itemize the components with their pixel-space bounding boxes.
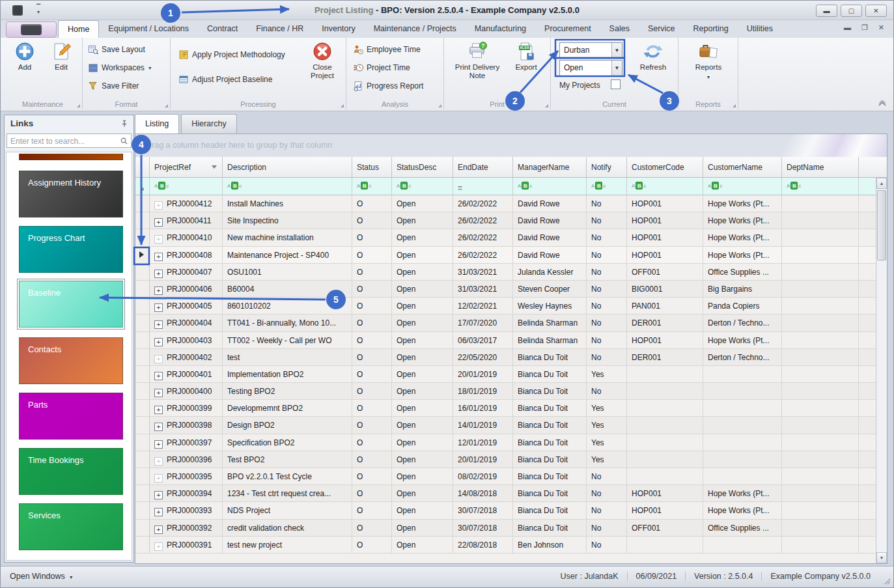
site-dropdown-arrow-icon[interactable]: ▼	[611, 43, 622, 58]
adjust-project-baseline-button[interactable]: Adjust Project Baseline	[178, 74, 272, 85]
filter-cell-description[interactable]: ABc	[223, 178, 352, 195]
ribbon-tab-sales[interactable]: Sales	[600, 20, 639, 38]
resize-grip[interactable]	[884, 578, 891, 585]
ribbon-tab-service[interactable]: Service	[639, 20, 684, 38]
reports-dialog-launcher[interactable]	[733, 104, 736, 107]
refresh-button[interactable]: Refresh	[633, 40, 673, 72]
mdi-minimize-button[interactable]: ▬	[844, 23, 851, 32]
table-row-prj0000406[interactable]: +PRJ0000406B60004OOpen31/03/2021Steven C…	[135, 281, 887, 298]
ribbon-tab-procurement[interactable]: Procurement	[535, 20, 600, 38]
analysis-dialog-launcher[interactable]	[438, 104, 441, 107]
document-tab-hierarchy[interactable]: Hierarchy	[181, 114, 237, 133]
my-projects-checkbox[interactable]	[611, 79, 621, 89]
sidebar-tile-progress-chart[interactable]: Progress Chart	[19, 226, 123, 273]
column-header-projectref[interactable]: ProjectRef	[150, 157, 223, 178]
status-dropdown[interactable]: Open ▼	[559, 60, 622, 76]
maximize-button[interactable]: ▢	[841, 5, 862, 17]
ribbon-tab-reporting[interactable]: Reporting	[684, 20, 738, 38]
scrollbar-thumb[interactable]	[877, 190, 886, 260]
expand-icon[interactable]: +	[154, 320, 163, 329]
print-delivery-note-button[interactable]: ? Print Delivery Note	[453, 40, 501, 80]
search-input[interactable]: Enter text to search...	[7, 133, 132, 148]
ribbon-tab-finance-hr[interactable]: Finance / HR	[247, 20, 313, 38]
table-row-prj0000403[interactable]: +PRJ0000403TT002 - Weekly - Call per WOO…	[135, 332, 887, 349]
progress-report-button[interactable]: Progress Report	[353, 81, 423, 91]
sidebar-tile-time-bookings[interactable]: Time Bookings	[19, 448, 123, 495]
ribbon-tab-maintenance-projects[interactable]: Maintenance / Projects	[365, 20, 466, 38]
expand-icon[interactable]: +	[154, 406, 163, 414]
format-dialog-launcher[interactable]	[165, 104, 168, 107]
table-row-prj0000405[interactable]: +PRJ00004058601010202OOpen12/02/2021Wesl…	[135, 298, 887, 315]
mdi-restore-button[interactable]: ❐	[861, 23, 868, 32]
open-windows-button[interactable]: Open Windows▼	[10, 572, 74, 581]
table-row-prj0000411[interactable]: +PRJ0000411Site InspectinoOOpen26/02/202…	[135, 212, 887, 229]
save-layout-button[interactable]: Save Layout	[88, 44, 145, 55]
expand-icon[interactable]: +	[154, 423, 163, 431]
close-button[interactable]: ✕	[865, 5, 887, 17]
expand-icon[interactable]: +	[154, 338, 163, 346]
sidebar-tile-baseline[interactable]: Baseline	[19, 281, 123, 328]
workspaces-button[interactable]: Workspaces▼	[88, 63, 152, 73]
print-dialog-launcher[interactable]	[545, 104, 548, 107]
pin-icon[interactable]	[120, 120, 128, 128]
table-row-prj0000392[interactable]: +PRJ0000392credit validation checkOOpen3…	[135, 520, 887, 537]
column-header-enddate[interactable]: EndDate	[453, 157, 513, 178]
table-row-prj0000410[interactable]: +PRJ0000410New machine installationOOpen…	[135, 229, 887, 246]
sidebar-tile-parts[interactable]: Parts	[19, 393, 123, 440]
expand-icon[interactable]: +	[154, 440, 163, 449]
export-button[interactable]: XLSX Export	[509, 40, 543, 72]
expand-icon[interactable]: +	[154, 287, 163, 295]
table-row-prj0000412[interactable]: +PRJ0000412Install MachinesOOpen26/02/20…	[135, 195, 887, 212]
status-dropdown-arrow-icon[interactable]: ▼	[611, 61, 622, 76]
expand-icon[interactable]: +	[154, 253, 163, 261]
sidebar-tile-partial[interactable]	[19, 154, 123, 160]
filter-cell-status[interactable]: ABc	[352, 178, 392, 195]
table-row-prj0000395[interactable]: +PRJ0000395BPO v2.2.0.1 Test CycleOOpen0…	[135, 468, 887, 485]
table-row-prj0000394[interactable]: +PRJ00003941234 - Test ctrt request crea…	[135, 485, 887, 502]
search-icon[interactable]	[120, 137, 128, 145]
expand-icon[interactable]: +	[154, 303, 163, 312]
filter-cell-customercode[interactable]: ABc	[627, 178, 703, 195]
close-project-button[interactable]: Close Project	[302, 40, 342, 80]
vertical-scrollbar[interactable]: ▲ ▼	[876, 178, 887, 563]
sidebar-tile-assignment-history[interactable]: Assignment History	[19, 171, 123, 217]
filter-cell-managername[interactable]: ABc	[513, 178, 587, 195]
ribbon-tab-equipment-locations[interactable]: Equipment / Locations	[99, 20, 198, 38]
table-row-prj0000397[interactable]: +PRJ0000397Specification BPO2OOpen12/01/…	[135, 434, 887, 451]
minimize-button[interactable]: ▬	[816, 5, 837, 17]
filter-cell-statusdesc[interactable]: ABc	[392, 178, 453, 195]
apply-project-methodology-button[interactable]: Apply Project Methodology	[178, 49, 285, 60]
scroll-up-button[interactable]: ▲	[876, 178, 887, 189]
application-button[interactable]	[6, 21, 57, 38]
table-row-prj0000401[interactable]: +PRJ0000401Implementation BPO2OOpen20/01…	[135, 366, 887, 383]
filter-cell-customername[interactable]: ABc	[703, 178, 782, 195]
expand-icon[interactable]: +	[154, 218, 163, 227]
processing-dialog-launcher[interactable]	[341, 104, 344, 107]
document-tab-listing[interactable]: Listing	[135, 114, 179, 133]
expand-icon[interactable]: +	[154, 389, 163, 397]
ribbon-tab-manufacturing[interactable]: Manufacturing	[466, 20, 535, 38]
filter-cell-projectref[interactable]: ABc	[150, 178, 223, 195]
expand-icon[interactable]: +	[154, 372, 163, 380]
table-row-prj0000393[interactable]: +PRJ0000393NDS ProjectOOpen30/07/2018Bia…	[135, 502, 887, 519]
mdi-close-button[interactable]: ✕	[878, 23, 884, 32]
scroll-down-button[interactable]: ▼	[876, 552, 887, 563]
expand-icon[interactable]: +	[154, 508, 163, 516]
table-row-prj0000407[interactable]: +PRJ0000407OSU1001OOpen31/03/2021Julanda…	[135, 264, 887, 281]
expand-icon[interactable]: +	[154, 525, 163, 534]
sidebar-tile-services[interactable]: Services	[19, 503, 123, 550]
filter-cell-enddate[interactable]: =	[453, 178, 513, 195]
table-row-prj0000398[interactable]: +PRJ0000398Design BPO2OOpen14/01/2019Bia…	[135, 417, 887, 434]
column-header-managername[interactable]: ManagerName	[513, 157, 587, 178]
ribbon-tab-contract[interactable]: Contract	[198, 20, 247, 38]
table-row-prj0000408[interactable]: +PRJ0000408Maintenance Project - SP400OO…	[135, 247, 887, 264]
column-header-statusdesc[interactable]: StatusDesc	[392, 157, 453, 178]
column-header-description[interactable]: Description	[223, 157, 352, 178]
table-row-prj0000391[interactable]: +PRJ0000391test new projectOOpen22/08/20…	[135, 537, 887, 553]
filter-cell-notify[interactable]: ABc	[587, 178, 627, 195]
expand-icon[interactable]: +	[154, 270, 163, 278]
project-time-button[interactable]: Project Time	[353, 63, 410, 73]
ribbon-tab-home[interactable]: Home	[58, 20, 99, 38]
column-header-customercode[interactable]: CustomerCode	[627, 157, 703, 178]
table-row-prj0000402[interactable]: +PRJ0000402testOOpen22/05/2020Bianca Du …	[135, 349, 887, 366]
